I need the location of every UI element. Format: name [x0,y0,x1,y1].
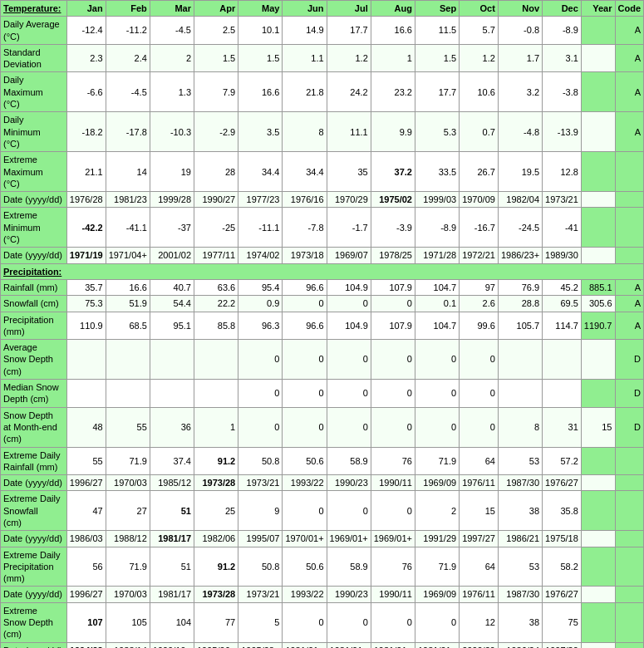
data-cell: 1999/28 [150,192,194,208]
data-cell [581,44,615,72]
row-label: Extreme DailyRainfall (mm) [1,447,67,475]
data-cell: 0 [283,380,327,408]
data-cell: 1973/28 [194,475,238,491]
col-header-jun: Jun [283,1,327,17]
data-cell: -3.9 [371,208,415,248]
data-cell: 2.4 [106,44,150,72]
data-cell: 1981/01+ [283,642,327,648]
col-header-apr: Apr [194,1,238,17]
data-cell [615,602,644,642]
data-cell: 77 [194,602,238,642]
data-cell: 0 [327,340,371,380]
data-cell: 2 [415,491,459,531]
col-header-nov: Nov [498,1,542,17]
data-cell: 1990/23 [327,587,371,602]
data-cell: 0 [460,407,499,447]
data-cell [615,192,644,208]
data-cell: 63.6 [194,279,238,295]
data-cell: 8 [283,112,327,152]
data-cell: 1976/28 [66,192,106,208]
data-cell [581,602,615,642]
row-label: Snowfall (cm) [1,296,67,312]
data-cell [581,17,615,45]
data-cell: -8.9 [415,208,459,248]
data-cell: 0.1 [415,296,459,312]
data-cell: 305.6 [581,296,615,312]
data-cell: 1981/01+ [371,642,415,648]
row-label-header: Temperature: [1,1,67,17]
data-cell: 2001/02 [150,248,194,263]
data-cell [581,208,615,248]
data-cell: 1986/23+ [498,248,542,263]
col-header-dec: Dec [543,1,582,17]
data-cell: 1982/04 [498,192,542,208]
data-cell: A [615,44,644,72]
data-cell: 9.9 [371,112,415,152]
data-cell: 37.2 [371,152,415,192]
data-cell: 1985/12 [150,475,194,491]
data-cell: 21.8 [283,72,327,112]
data-cell [615,208,644,248]
data-cell [581,248,615,263]
data-cell: 58.9 [327,447,371,475]
data-cell: 1977/23 [238,192,283,208]
table-row: DailyMaximum(°C)-6.6-4.51.37.916.621.824… [1,72,644,112]
data-cell [615,531,644,547]
data-cell: 0 [415,340,459,380]
data-cell: 1970/29 [327,192,371,208]
table-row: Date (yyyy/dd)1971/191971/04+2001/021977… [1,248,644,263]
data-cell: 15 [581,407,615,447]
data-cell: 1.1 [283,44,327,72]
data-cell: 1999/19+ [150,642,194,648]
data-cell: 7.9 [194,72,238,112]
data-cell: 1988/12 [106,531,150,547]
data-cell: 19.5 [498,152,542,192]
data-cell: 105.7 [498,312,542,340]
data-cell: 104.9 [327,279,371,295]
data-cell: 1988/14 [106,642,150,648]
data-cell: A [615,312,644,340]
data-cell [615,547,644,587]
data-cell: 10.1 [238,17,283,45]
data-cell: 0 [371,296,415,312]
data-cell: 1995/07 [238,531,283,547]
data-cell: -12.4 [66,17,106,45]
data-cell: 76.9 [498,279,542,295]
data-cell: 1990/11 [371,587,415,602]
data-cell: 0 [460,340,499,380]
data-cell: 1971/28 [415,248,459,263]
data-cell: 104.9 [327,312,371,340]
data-cell: -25 [194,208,238,248]
data-cell: 0 [327,491,371,531]
data-cell: 1.5 [415,44,459,72]
data-cell: -1.7 [327,208,371,248]
data-cell: 64 [460,547,499,587]
data-cell: D [615,380,644,408]
data-cell [581,152,615,192]
data-cell: 91.2 [194,447,238,475]
row-label: Date (yyyy/dd) [1,475,67,491]
data-cell: 1976/27 [543,587,582,602]
data-cell [150,380,194,408]
data-cell: 1.5 [194,44,238,72]
data-cell: 0 [415,407,459,447]
data-cell [194,340,238,380]
data-cell: 107.9 [371,279,415,295]
data-cell: 1976/11 [460,475,499,491]
data-cell: 1.2 [327,44,371,72]
data-cell: 1971/19 [66,248,106,263]
data-cell: 2.5 [194,17,238,45]
data-cell [581,447,615,475]
table-row: Extreme DailyRainfall (mm)5571.937.491.2… [1,447,644,475]
data-cell [581,587,615,602]
data-cell: 26.7 [460,152,499,192]
row-label: Date (yyyy/dd) [1,587,67,602]
data-cell: -8.9 [543,17,582,45]
row-label: DailyMaximum(°C) [1,72,67,112]
data-cell: 91.2 [194,547,238,587]
data-cell: 37.4 [150,447,194,475]
data-cell: 1975/18 [543,531,582,547]
data-cell [106,380,150,408]
data-cell: 16.6 [371,17,415,45]
table-row: Date (yyyy/dd)1996/271970/031985/121973/… [1,475,644,491]
